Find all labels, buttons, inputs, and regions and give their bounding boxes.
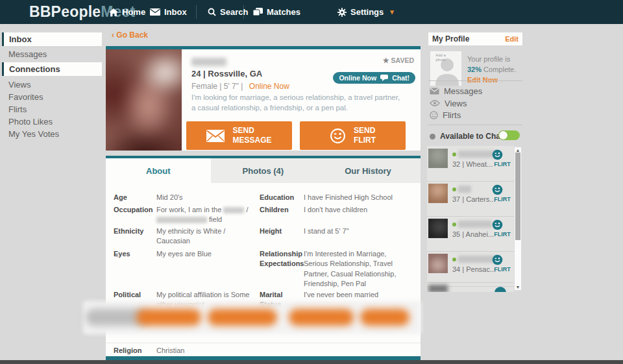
flirts-link[interactable]: Flirts — [430, 109, 461, 121]
flirt-smiley-icon — [492, 149, 503, 160]
detail-value: I'm Interested in Marriage, Serious Rela… — [304, 249, 409, 289]
nav-home[interactable]: Home — [109, 0, 145, 24]
matches-list: 32 | Wheat... FLIRT 37 | Carters... FLIR… — [427, 146, 514, 292]
redacted-orange-blob — [136, 309, 201, 326]
messages-link-label: Messages — [444, 86, 482, 96]
matches-scrollbar[interactable]: ▲ ▼ — [514, 147, 522, 291]
smiley-icon — [430, 111, 438, 119]
flirt-button[interactable]: FLIRT — [492, 219, 513, 237]
gender-height: Female | 5' 7" | — [191, 82, 243, 91]
redacted-text — [156, 217, 207, 223]
tab-about[interactable]: About — [106, 158, 211, 183]
go-back-label: Go Back — [116, 30, 148, 40]
detail-value: I have Finished High School — [304, 193, 409, 202]
flirt-button[interactable]: FLIRT — [492, 254, 513, 273]
sidebar-item-connections[interactable]: Connections — [2, 62, 102, 76]
send-flirt-line2: FLIRT — [354, 136, 376, 145]
sidebar-item-favorites[interactable]: Favorites — [8, 92, 43, 102]
match-row[interactable]: 34 | Pensac... FLIRT — [427, 252, 514, 287]
tab-our-history[interactable]: Our History — [315, 158, 421, 183]
detail-label: Ethnicity — [114, 226, 159, 236]
flirt-smiley-icon — [495, 287, 506, 292]
online-dot-icon — [452, 258, 456, 261]
wink-smiley-icon — [330, 128, 346, 144]
star-icon: ★ — [383, 56, 389, 64]
send-message-button[interactable]: SEND MESSAGE — [186, 121, 292, 150]
edit-now-link[interactable]: Edit Now — [467, 76, 498, 84]
nav-matches[interactable]: Matches — [253, 0, 300, 24]
detail-value: I've never been married — [304, 290, 409, 300]
profile-description: I'm looking for marriage, a serious rela… — [191, 93, 406, 113]
sidebar-item-photo-likes[interactable]: Photo Likes — [8, 117, 53, 127]
profile-photo[interactable] — [106, 49, 182, 151]
detail-label: Political — [114, 290, 159, 300]
available-to-chat-toggle[interactable] — [498, 130, 520, 140]
top-navbar: BBPeopleMeet Home Inbox Search Matches S… — [0, 0, 623, 24]
completeness-value: 32% — [467, 66, 482, 73]
flirts-link-label: Flirts — [443, 110, 461, 120]
nav-settings[interactable]: Settings ▾ — [337, 0, 394, 24]
match-photo — [428, 285, 448, 292]
flirt-button[interactable]: FLIRT — [492, 184, 513, 202]
chat-bubble-icon — [380, 75, 388, 81]
tab-photos[interactable]: Photos (4) — [211, 158, 316, 183]
go-back-link[interactable]: ‹ Go Back — [112, 30, 148, 40]
online-now-text: Online Now — [249, 82, 289, 91]
redacted-match-name — [458, 221, 492, 228]
online-chat-badge[interactable]: Online Now Chat! — [333, 72, 415, 84]
nav-matches-label: Matches — [267, 7, 300, 17]
age-location: 24 | Rossville, GA — [191, 69, 262, 79]
nav-search[interactable]: Search — [208, 0, 248, 24]
chevron-left-icon: ‹ — [112, 30, 114, 40]
match-row[interactable]: 37 | Carters... FLIRT — [427, 182, 514, 217]
views-link[interactable]: Views — [430, 97, 467, 109]
sidebar-item-flirts[interactable]: Flirts — [8, 104, 27, 114]
edit-link[interactable]: Edit — [505, 35, 519, 43]
profile-card: 24 | Rossville, GA Female | 5' 7" | Onli… — [106, 46, 421, 151]
match-photo — [428, 149, 448, 168]
scroll-down-arrow[interactable]: ▼ — [515, 285, 521, 289]
sidebar-item-my-yes-votes[interactable]: My Yes Votes — [8, 129, 59, 139]
available-to-chat-label: Available to Chat — [440, 132, 503, 141]
messages-link[interactable]: Messages — [430, 85, 482, 97]
flirt-button-label: FLIRT — [492, 196, 513, 202]
search-icon — [208, 8, 216, 16]
online-dot-icon — [452, 152, 456, 156]
nav-divider — [196, 5, 197, 19]
match-age-city: 34 | Pensac... — [452, 265, 496, 273]
completeness-mid: Complete. — [483, 66, 516, 73]
match-photo — [428, 219, 448, 238]
match-photo — [428, 184, 448, 203]
sidebar-item-inbox[interactable]: Inbox — [2, 32, 102, 46]
scrollbar-thumb[interactable] — [515, 152, 520, 240]
detail-value: My ethnicity is White / Caucasian — [156, 226, 259, 247]
match-row[interactable]: 35 | Anahei... FLIRT — [427, 217, 514, 252]
detail-value: For work, I am in the / field — [156, 205, 259, 225]
divider — [428, 125, 522, 125]
nav-inbox[interactable]: Inbox — [150, 0, 187, 24]
redacted-orange-blob — [289, 309, 354, 326]
detail-label: Religion — [114, 346, 159, 356]
scroll-up-arrow[interactable]: ▲ — [515, 148, 521, 152]
occupation-mid: / — [246, 206, 248, 213]
app-window: BBPeopleMeet Home Inbox Search Matches S… — [0, 0, 623, 364]
online-dot-icon — [452, 188, 456, 191]
sidebar-item-messages[interactable]: Messages — [8, 49, 47, 59]
flirt-button-label: FLIRT — [492, 161, 513, 167]
match-row[interactable]: 32 | Wheat... FLIRT — [427, 147, 514, 182]
detail-label: Relationship Expectations — [260, 249, 305, 269]
sidebar-item-views[interactable]: Views — [8, 80, 31, 90]
divider — [428, 80, 522, 81]
match-age-city: 32 | Wheat... — [452, 160, 493, 168]
detail-value: My eyes are Blue — [156, 249, 259, 259]
send-flirt-label: SEND FLIRT — [354, 126, 376, 145]
send-flirt-button[interactable]: SEND FLIRT — [300, 121, 406, 150]
status-dot-icon — [430, 134, 435, 140]
blurred-photo — [106, 49, 182, 151]
redacted-content-band — [84, 302, 420, 333]
divider — [106, 343, 421, 343]
flirt-button[interactable]: FLIRT — [492, 149, 513, 167]
detail-value: Christian — [156, 346, 259, 356]
saved-label: SAVED — [391, 56, 414, 64]
saved-indicator[interactable]: ★ SAVED — [383, 56, 414, 65]
